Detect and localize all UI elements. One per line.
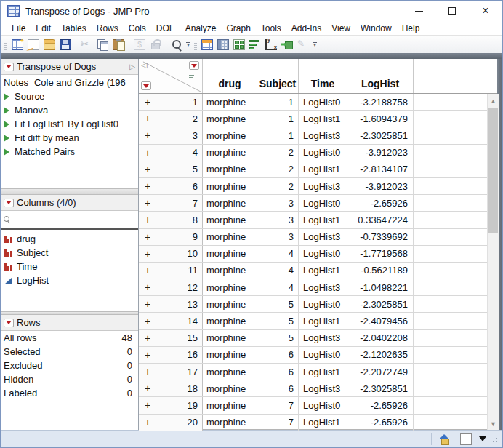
vertical-scrollbar[interactable]: ▲ ▼: [487, 94, 499, 430]
row-header[interactable]: +20: [139, 415, 203, 431]
cell-time[interactable]: LogHist0: [299, 397, 347, 413]
notes-row[interactable]: Notes Cole and Grizzle (196: [1, 75, 138, 89]
cell-loghist[interactable]: -2.0402208: [347, 330, 414, 346]
toolbar-overflow-icon[interactable]: ▾: [313, 42, 317, 47]
cell-loghist[interactable]: -2.65926: [347, 415, 414, 431]
cell-subject[interactable]: 6: [257, 347, 299, 363]
row-state-plus-icon[interactable]: +: [145, 417, 150, 428]
dropdown-arrow-icon[interactable]: [479, 436, 486, 441]
run-script-button[interactable]: [279, 37, 295, 52]
row-state-plus-icon[interactable]: +: [145, 214, 150, 225]
cell-subject[interactable]: 2: [257, 178, 299, 194]
cell-loghist[interactable]: -2.8134107: [347, 161, 414, 177]
cell-subject[interactable]: 3: [257, 195, 299, 211]
cell-time[interactable]: LogHist0: [299, 195, 347, 211]
column-header-time[interactable]: Time: [299, 59, 347, 93]
zoom-button[interactable]: [169, 37, 185, 52]
script-item-matched-pairs[interactable]: Matched Pairs: [1, 145, 138, 159]
menu-tables[interactable]: Tables: [56, 22, 92, 35]
row-state-plus-icon[interactable]: +: [145, 197, 150, 209]
cell-time[interactable]: LogHist1: [299, 415, 347, 431]
cell-loghist[interactable]: -2.3025851: [347, 296, 414, 312]
cell-time[interactable]: LogHist0: [299, 347, 347, 363]
menu-edit[interactable]: Edit: [31, 22, 56, 35]
row-header[interactable]: +12: [139, 279, 203, 295]
cell-time[interactable]: LogHist0: [299, 296, 347, 312]
column-header-subject[interactable]: Subject: [257, 59, 299, 93]
cell-drug[interactable]: morphine: [203, 263, 257, 279]
cell-drug[interactable]: morphine: [203, 212, 257, 228]
dollar-button[interactable]: $: [132, 37, 148, 52]
cell-loghist[interactable]: -3.912023: [347, 145, 414, 161]
cell-drug[interactable]: morphine: [203, 111, 257, 127]
cell-subject[interactable]: 5: [257, 330, 299, 346]
close-button[interactable]: ×: [469, 1, 502, 21]
row-state-plus-icon[interactable]: +: [145, 281, 150, 293]
cell-loghist[interactable]: -2.4079456: [347, 313, 414, 329]
row-state-plus-icon[interactable]: +: [145, 332, 150, 344]
row-header[interactable]: +4: [139, 145, 203, 161]
fit-y-by-x-button[interactable]: [263, 37, 279, 52]
row-state-plus-icon[interactable]: +: [145, 265, 150, 276]
cell-subject[interactable]: 6: [257, 380, 299, 396]
cell-time[interactable]: LogHist3: [299, 330, 347, 346]
menu-view[interactable]: View: [326, 22, 355, 35]
cell-time[interactable]: LogHist3: [299, 127, 347, 143]
menu-graph[interactable]: Graph: [221, 22, 255, 35]
row-header[interactable]: +6: [139, 178, 203, 194]
cell-subject[interactable]: 1: [257, 127, 299, 143]
cell-loghist[interactable]: -2.1202635: [347, 347, 414, 363]
cell-drug[interactable]: morphine: [203, 279, 257, 295]
green-disclosure-icon[interactable]: [4, 148, 9, 156]
toolbar-overflow-icon[interactable]: ▾: [186, 42, 190, 47]
cell-drug[interactable]: morphine: [203, 296, 257, 312]
green-disclosure-icon[interactable]: [4, 93, 9, 100]
cell-drug[interactable]: morphine: [203, 145, 257, 161]
scroll-down-icon[interactable]: ▼: [488, 418, 499, 430]
panel-splitter[interactable]: [1, 188, 138, 195]
row-header[interactable]: +14: [139, 313, 203, 329]
copy-button[interactable]: [94, 37, 110, 52]
menu-help[interactable]: Help: [397, 22, 425, 35]
column-item-subject[interactable]: Subject: [1, 246, 138, 260]
column-header-drug[interactable]: drug: [203, 59, 257, 93]
columns-search-input[interactable]: [11, 213, 135, 226]
cell-drug[interactable]: morphine: [203, 313, 257, 329]
cell-subject[interactable]: 2: [257, 161, 299, 177]
paste-button[interactable]: [110, 37, 126, 52]
menu-analyze[interactable]: Analyze: [180, 22, 222, 35]
row-header[interactable]: +19: [139, 397, 203, 413]
color-swatch[interactable]: [460, 433, 472, 445]
cell-loghist[interactable]: -2.3025851: [347, 127, 414, 143]
cell-drug[interactable]: morphine: [203, 380, 257, 396]
cell-loghist[interactable]: -1.6094379: [347, 111, 414, 127]
cell-time[interactable]: LogHist1: [299, 111, 347, 127]
row-header[interactable]: +16: [139, 347, 203, 363]
toolbar-grip[interactable]: [4, 39, 7, 50]
cut-button[interactable]: ✂: [79, 37, 94, 52]
cell-subject[interactable]: 7: [257, 397, 299, 413]
window-layout-button[interactable]: [231, 37, 247, 52]
cell-subject[interactable]: 1: [257, 94, 299, 110]
row-state-plus-icon[interactable]: +: [145, 164, 150, 175]
cell-loghist[interactable]: -1.7719568: [347, 246, 414, 262]
green-disclosure-icon[interactable]: [4, 135, 9, 142]
column-item-time[interactable]: Time: [1, 260, 138, 273]
cell-time[interactable]: LogHist3: [299, 279, 347, 295]
script-item-source[interactable]: Source: [1, 89, 138, 103]
menu-cols[interactable]: Cols: [124, 22, 151, 35]
cell-loghist[interactable]: -0.5621189: [347, 263, 414, 279]
row-header[interactable]: +17: [139, 364, 203, 380]
cell-drug[interactable]: morphine: [203, 229, 257, 245]
new-journal-button[interactable]: [25, 37, 41, 52]
cell-time[interactable]: LogHist3: [299, 229, 347, 245]
cell-loghist[interactable]: -3.912023: [347, 178, 414, 194]
cell-subject[interactable]: 3: [257, 229, 299, 245]
row-header[interactable]: +11: [139, 263, 203, 279]
cell-time[interactable]: LogHist0: [299, 94, 347, 110]
row-header[interactable]: +18: [139, 380, 203, 396]
cell-subject[interactable]: 4: [257, 263, 299, 279]
row-header[interactable]: +10: [139, 246, 203, 262]
columns-menu-icon[interactable]: [189, 61, 199, 70]
column-item-loghist[interactable]: LogHist: [1, 273, 138, 287]
